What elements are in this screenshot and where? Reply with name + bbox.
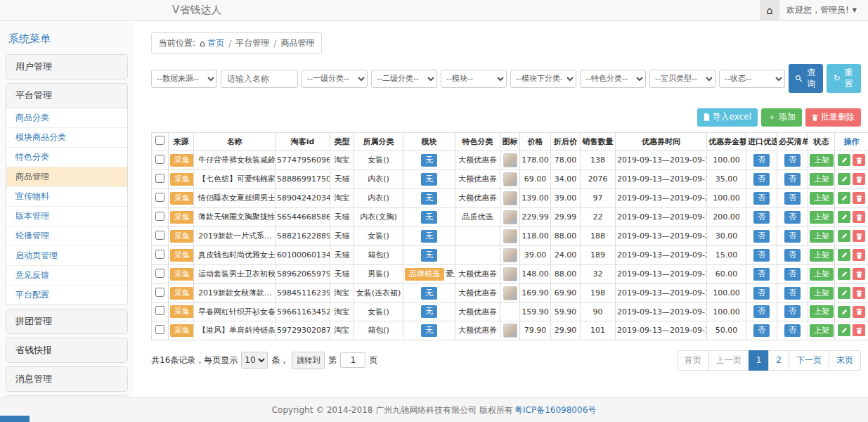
sidebar-item-4[interactable]: 消息管理	[6, 367, 127, 391]
delete-button[interactable]	[853, 154, 865, 166]
import-select-toggle[interactable]: 否	[753, 324, 770, 337]
delete-button[interactable]	[853, 287, 865, 299]
status-badge[interactable]: 上架	[810, 268, 834, 281]
page-button-1[interactable]: 上一页	[708, 350, 749, 371]
sidebar-subitem-2[interactable]: 特色分类	[6, 148, 127, 167]
sidebar-item-1[interactable]: 平台管理	[6, 84, 127, 108]
row-checkbox[interactable]	[155, 325, 164, 334]
import-select-toggle[interactable]: 否	[753, 192, 770, 205]
delete-button[interactable]	[853, 324, 865, 336]
sidebar-subitem-0[interactable]: 商品分类	[6, 108, 127, 128]
level1-category-select[interactable]: --一级分类--	[302, 70, 368, 88]
edit-button[interactable]	[838, 268, 850, 280]
sidebar-subitem-5[interactable]: 版本管理	[6, 207, 127, 226]
sidebar-subitem-9[interactable]: 平台配置	[6, 286, 127, 305]
module-select[interactable]: --模块--	[441, 70, 507, 88]
edit-button[interactable]	[838, 192, 850, 204]
delete-button[interactable]	[853, 249, 865, 261]
import-select-toggle[interactable]: 否	[753, 287, 770, 300]
row-checkbox[interactable]	[155, 306, 164, 315]
icp-link[interactable]: 粤ICP备16098006号	[514, 404, 596, 416]
delete-button[interactable]	[853, 306, 865, 318]
must-buy-toggle[interactable]: 否	[784, 192, 801, 205]
edit-button[interactable]	[838, 230, 850, 242]
row-checkbox[interactable]	[155, 269, 164, 278]
must-buy-toggle[interactable]: 否	[784, 305, 801, 318]
data-source-select[interactable]: --数据来源--	[151, 70, 217, 88]
module-badge[interactable]: 无	[421, 230, 437, 243]
home-button[interactable]: ⌂	[760, 0, 779, 20]
status-badge[interactable]: 上架	[810, 154, 834, 167]
must-buy-toggle[interactable]: 否	[784, 211, 801, 224]
module-subcategory-select[interactable]: --模块下分类--	[510, 70, 576, 88]
row-checkbox[interactable]	[155, 288, 164, 297]
must-buy-toggle[interactable]: 否	[784, 287, 801, 300]
must-buy-toggle[interactable]: 否	[784, 249, 801, 262]
sidebar-subitem-4[interactable]: 宣传物料	[6, 187, 127, 207]
module-badge[interactable]: 无	[421, 211, 437, 224]
page-size-select[interactable]: 10	[241, 352, 268, 369]
status-badge[interactable]: 上架	[810, 324, 834, 337]
page-button-0[interactable]: 首页	[677, 350, 709, 371]
must-buy-toggle[interactable]: 否	[784, 324, 801, 337]
jump-button[interactable]: 跳转到	[292, 352, 325, 369]
module-badge[interactable]: 无	[421, 173, 437, 186]
edit-button[interactable]	[838, 287, 850, 299]
row-checkbox[interactable]	[155, 193, 164, 202]
reset-button[interactable]: ↻ 重置	[827, 64, 861, 93]
row-checkbox[interactable]	[155, 231, 164, 240]
row-checkbox[interactable]	[155, 174, 164, 183]
sidebar-subitem-1[interactable]: 模块商品分类	[6, 128, 127, 148]
add-button[interactable]: ＋ 添加	[761, 108, 802, 127]
select-all-checkbox[interactable]	[155, 136, 164, 145]
row-checkbox[interactable]	[155, 250, 164, 259]
status-badge[interactable]: 上架	[810, 249, 834, 262]
page-button-5[interactable]: 末页	[829, 350, 861, 371]
delete-button[interactable]	[853, 268, 865, 280]
delete-button[interactable]	[853, 230, 865, 242]
import-select-toggle[interactable]: 否	[753, 173, 770, 186]
status-badge[interactable]: 上架	[810, 305, 834, 318]
user-menu[interactable]: 欢迎您，管理员! ▼	[779, 4, 868, 16]
sidebar-item-3[interactable]: 省钱快报	[6, 338, 127, 362]
sidebar-item-0[interactable]: 用户管理	[6, 55, 127, 79]
delete-button[interactable]	[853, 173, 865, 185]
must-buy-toggle[interactable]: 否	[784, 230, 801, 243]
row-checkbox[interactable]	[155, 155, 164, 164]
status-badge[interactable]: 上架	[810, 287, 834, 300]
module-badge[interactable]: 无	[421, 192, 437, 205]
import-select-toggle[interactable]: 否	[753, 230, 770, 243]
status-badge[interactable]: 上架	[810, 173, 834, 186]
page-button-4[interactable]: 下一页	[789, 350, 829, 371]
delete-button[interactable]	[853, 211, 865, 223]
delete-button[interactable]	[853, 192, 865, 204]
status-badge[interactable]: 上架	[810, 211, 834, 224]
import-select-toggle[interactable]: 否	[753, 305, 770, 318]
import-select-toggle[interactable]: 否	[753, 154, 770, 167]
page-button-3[interactable]: 2	[768, 350, 789, 371]
page-number-input[interactable]	[340, 352, 365, 368]
batch-delete-button[interactable]: 批量删除	[805, 108, 861, 127]
module-badge[interactable]: 无	[421, 305, 437, 318]
import-select-toggle[interactable]: 否	[753, 249, 770, 262]
import-select-toggle[interactable]: 否	[753, 268, 770, 281]
status-badge[interactable]: 上架	[810, 192, 834, 205]
edit-button[interactable]	[838, 249, 850, 261]
edit-button[interactable]	[838, 173, 850, 185]
page-button-2[interactable]: 1	[749, 350, 770, 371]
module-badge[interactable]: 无	[421, 324, 437, 337]
status-badge[interactable]: 上架	[810, 230, 834, 243]
level2-category-select[interactable]: --二级分类--	[371, 70, 437, 88]
must-buy-toggle[interactable]: 否	[784, 173, 801, 186]
edit-button[interactable]	[838, 154, 850, 166]
sidebar-subitem-3[interactable]: 商品管理	[6, 167, 127, 187]
module-badge[interactable]: 品牌精选	[405, 268, 444, 281]
search-button[interactable]: 查询	[789, 64, 823, 93]
status-select[interactable]: --状态--	[719, 70, 785, 88]
module-badge[interactable]: 无	[421, 154, 437, 167]
edit-button[interactable]	[838, 306, 850, 318]
sidebar-item-2[interactable]: 拼团管理	[6, 309, 127, 333]
module-badge[interactable]: 无	[421, 287, 437, 300]
feature-category-select[interactable]: --特色分类--	[580, 70, 646, 88]
edit-button[interactable]	[838, 211, 850, 223]
